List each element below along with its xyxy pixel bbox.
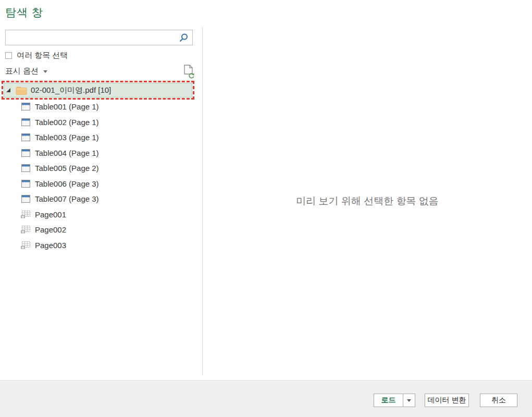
table-icon: [21, 103, 30, 111]
load-button[interactable]: 로드: [374, 394, 403, 407]
tree-item-label: Table006 (Page 3): [35, 179, 99, 188]
table-icon: [21, 133, 30, 141]
table-icon: [21, 118, 30, 126]
tree-item-table004[interactable]: Table004 (Page 1): [0, 145, 198, 161]
chevron-down-icon: [43, 70, 47, 73]
preview-empty-message: 미리 보기 위해 선택한 항목 없음: [296, 194, 438, 208]
navigator-tree: Table001 (Page 1) Table002 (Page 1) Tabl…: [0, 99, 198, 253]
display-options-label: 표시 옵션: [5, 66, 39, 76]
tree-item-label: Table003 (Page 1): [35, 133, 99, 142]
page-title: 탐색 창: [5, 5, 43, 20]
tree-item-table002[interactable]: Table002 (Page 1): [0, 115, 198, 130]
tree-item-page001[interactable]: Page001: [0, 207, 198, 223]
search-box: [5, 30, 193, 45]
tree-item-label: Table007 (Page 3): [35, 194, 99, 203]
tree-item-table007[interactable]: Table007 (Page 3): [0, 191, 198, 207]
preview-panel: 미리 보기 위해 선택한 항목 없음: [203, 27, 532, 375]
tree-item-page003[interactable]: Page003: [0, 238, 198, 253]
table-icon: [21, 149, 30, 157]
tree-item-label: Page002: [35, 225, 66, 234]
page-icon: [21, 226, 30, 234]
search-input[interactable]: [9, 31, 173, 44]
table-icon: [21, 164, 30, 172]
tree-item-label: Table005 (Page 2): [35, 164, 99, 173]
transform-data-button[interactable]: 데이터 변환: [425, 394, 469, 407]
display-options-dropdown[interactable]: 표시 옵션: [5, 66, 47, 76]
page-icon: [21, 211, 30, 218]
load-dropdown-button[interactable]: [403, 394, 415, 407]
tree-item-label: 02-001_이미영.pdf [10]: [31, 85, 111, 95]
cancel-button[interactable]: 취소: [480, 394, 517, 407]
tree-item-label: Table002 (Page 1): [35, 118, 99, 127]
refresh-file-icon: [182, 64, 196, 79]
multi-select-option[interactable]: 여러 항목 선택: [5, 51, 68, 59]
refresh-button[interactable]: [182, 64, 196, 79]
chevron-down-icon: [407, 399, 411, 402]
tree-item-table005[interactable]: Table005 (Page 2): [0, 161, 198, 176]
multi-select-label: 여러 항목 선택: [17, 51, 68, 60]
folder-icon: [16, 85, 27, 95]
tree-item-label: Table004 (Page 1): [35, 149, 99, 157]
tree-item-table001[interactable]: Table001 (Page 1): [0, 99, 198, 115]
page-icon: [21, 241, 30, 249]
tree-item-label: Page003: [35, 241, 66, 250]
search-icon[interactable]: [179, 33, 189, 45]
tree-item-table006[interactable]: Table006 (Page 3): [0, 176, 198, 192]
table-icon: [21, 195, 30, 203]
tree-item-label: Table001 (Page 1): [35, 102, 99, 111]
table-icon: [21, 180, 30, 188]
tree-item-page002[interactable]: Page002: [0, 222, 198, 238]
tree-item-table003[interactable]: Table003 (Page 1): [0, 130, 198, 145]
multi-select-checkbox[interactable]: [5, 52, 12, 59]
tree-item-label: Page001: [35, 210, 66, 219]
expand-triangle-icon[interactable]: [6, 88, 11, 93]
tree-item-root-folder[interactable]: 02-001_이미영.pdf [10]: [0, 82, 194, 98]
